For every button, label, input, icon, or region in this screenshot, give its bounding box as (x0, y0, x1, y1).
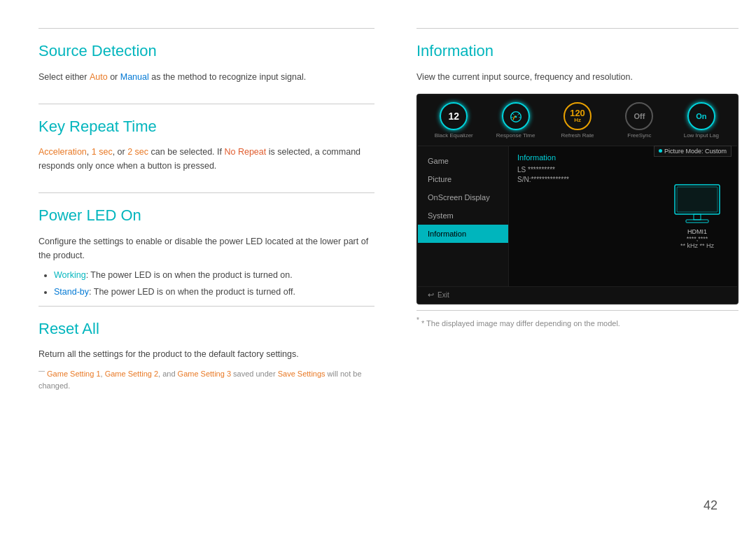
gauge-circle-refresh: 120 Hz (564, 102, 592, 130)
info-footnote: * * The displayed image may differ depen… (416, 310, 738, 328)
gauge-freesync: Off FreeSync (610, 102, 668, 139)
working-highlight: Working (54, 270, 86, 280)
reset-all-footnote: — Game Setting 1, Game Setting 2, and Ga… (38, 367, 374, 391)
osd-info-ls: LS ********** (517, 166, 659, 174)
svg-rect-3 (677, 187, 718, 212)
osd-exit-bar: ↩ Exit (418, 286, 737, 303)
osd-info-sn: S/N:************** (517, 176, 659, 183)
reset-all-divider (38, 306, 374, 307)
source-detection-divider (38, 28, 374, 29)
gauge-black-eq: 12 Black Equalizer (425, 102, 482, 139)
svg-rect-4 (694, 214, 701, 220)
footnote-text: * The displayed image may differ dependi… (421, 318, 620, 327)
1sec-highlight: 1 sec (92, 147, 113, 157)
osd-info-title: Information (517, 153, 659, 162)
page-container: Source Detection Select either Auto or M… (0, 0, 756, 534)
gauge-response: Response Time (486, 102, 544, 139)
left-column: Source Detection Select either Auto or M… (38, 28, 374, 398)
information-body: View the current input source, frequency… (416, 70, 738, 84)
source-detection-heading: Source Detection (38, 41, 374, 62)
monitor-osd-container: 12 Black Equalizer (416, 94, 738, 304)
save-settings-highlight: Save Settings (278, 370, 326, 378)
osd-nav-onscreen[interactable]: OnScreen Display (418, 188, 508, 206)
gauge-refresh: 120 Hz Refresh Rate (549, 102, 606, 139)
key-repeat-time-body: Acceleration, 1 sec, or 2 sec can be sel… (38, 145, 374, 173)
svg-rect-5 (686, 220, 708, 223)
list-item: Working: The power LED is on when the pr… (54, 268, 374, 282)
osd-nav-information[interactable]: Information (418, 225, 508, 243)
key-repeat-divider (38, 104, 374, 104)
two-column-layout: Source Detection Select either Auto or M… (38, 28, 718, 398)
osd-nav-picture[interactable]: Picture (418, 170, 508, 188)
key-repeat-time-section: Key Repeat Time Acceleration, 1 sec, or … (38, 104, 374, 174)
freesync-value: Off (634, 112, 645, 120)
speedometer-icon (508, 108, 524, 124)
osd-nav-game[interactable]: Game (418, 152, 508, 170)
reset-all-heading: Reset All (38, 319, 374, 339)
source-detection-body: Select either Auto or Manual as the meth… (38, 70, 374, 84)
gauge-circle-response (502, 102, 530, 130)
power-led-heading: Power LED On (38, 206, 374, 226)
low-input-value: On (696, 112, 706, 120)
page-number: 42 (704, 498, 718, 513)
refresh-hz: Hz (574, 118, 581, 123)
game-setting-1: Game Setting 1 (47, 370, 100, 378)
information-divider (416, 28, 738, 29)
2sec-highlight: 2 sec (127, 147, 148, 157)
power-led-section: Power LED On Configure the settings to e… (38, 192, 374, 299)
manual-highlight: Manual (120, 72, 149, 82)
picture-mode-badge: Picture Mode: Custom (654, 146, 732, 157)
standby-highlight: Stand-by (54, 287, 89, 297)
gauge-bar: 12 Black Equalizer (418, 95, 737, 146)
gauge-circle-black-eq: 12 (440, 102, 468, 130)
monitor-svg (669, 183, 725, 225)
gauge-circle-freesync: Off (625, 102, 653, 130)
exit-icon: ↩ (428, 290, 434, 300)
osd-nav-menu: Game Picture OnScreen Display System Inf… (418, 146, 509, 286)
osd-nav-system[interactable]: System (418, 206, 508, 225)
osd-monitor-graphic: HDMI1 ****,**** ** kHz ** Hz (666, 153, 729, 279)
power-led-bullets: Working: The power LED is on when the pr… (38, 268, 374, 299)
no-repeat-highlight: No Repeat (224, 147, 266, 157)
list-item: Stand-by: The power LED is on when the p… (54, 285, 374, 299)
low-input-label: Low Input Lag (684, 132, 719, 139)
picture-mode-text: Picture Mode: Custom (664, 148, 727, 155)
power-led-divider (38, 192, 374, 193)
information-section: Information View the current input sourc… (416, 28, 738, 84)
osd-hz-label: ** kHz ** Hz (680, 242, 714, 249)
gauge-circle-low-input: On (687, 102, 715, 130)
osd-main-area: Game Picture OnScreen Display System Inf… (418, 146, 737, 286)
osd-info-panel: Information LS ********** S/N:**********… (517, 153, 659, 279)
freesync-label: FreeSync (627, 132, 651, 139)
osd-connection-dots: ****,**** (687, 235, 708, 242)
osd-connection-label: HDMI1 (687, 228, 707, 235)
right-column: Information View the current input sourc… (416, 28, 738, 398)
auto-highlight: Auto (90, 72, 108, 82)
black-eq-label: Black Equalizer (435, 132, 473, 139)
game-setting-3: Game Setting 3 (178, 370, 231, 378)
game-setting-2: Game Setting 2 (105, 370, 158, 378)
source-detection-section: Source Detection Select either Auto or M… (38, 28, 374, 84)
acceleration-highlight: Acceleration (38, 147, 87, 157)
gauge-low-input: On Low Input Lag (673, 102, 730, 139)
footnote-mark: * (416, 316, 419, 324)
response-label: Response Time (496, 132, 536, 139)
refresh-label: Refresh Rate (561, 132, 594, 139)
exit-label: Exit (438, 291, 449, 299)
power-led-body: Configure the settings to enable or disa… (38, 234, 374, 262)
key-repeat-time-heading: Key Repeat Time (38, 117, 374, 137)
svg-point-1 (514, 115, 517, 118)
badge-dot (659, 149, 662, 153)
information-heading: Information (416, 41, 738, 62)
osd-content-area: Information LS ********** S/N:**********… (509, 146, 737, 286)
black-eq-value: 12 (448, 111, 459, 122)
reset-all-body: Return all the settings for the product … (38, 347, 374, 361)
reset-all-section: Reset All Return all the settings for th… (38, 306, 374, 391)
